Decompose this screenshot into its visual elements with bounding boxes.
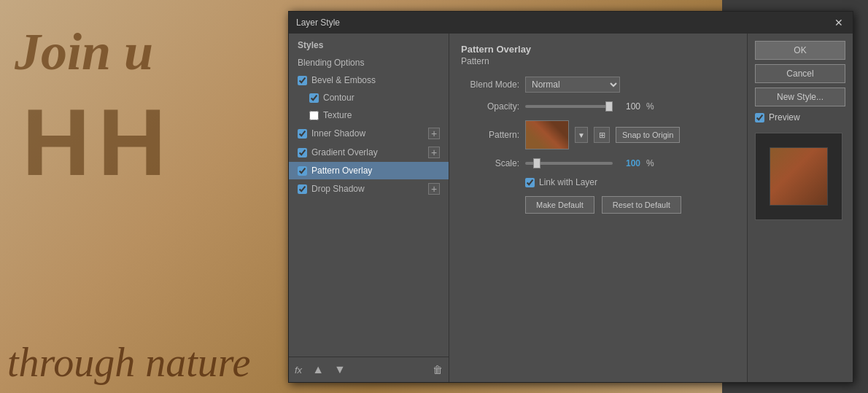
canvas-text-top: Join u [15, 22, 153, 82]
link-with-layer-label: Link with Layer [539, 177, 597, 187]
blend-mode-select[interactable]: Normal Dissolve Multiply Screen Overlay … [525, 77, 620, 93]
preview-box [755, 133, 842, 220]
preview-label: Preview [769, 112, 800, 122]
sidebar-item-bevel-emboss[interactable]: Bevel & Emboss [289, 71, 449, 89]
opacity-row: Opacity: 100 % [461, 101, 735, 112]
contour-label: Contour [323, 93, 440, 103]
drop-shadow-label: Drop Shadow [311, 184, 424, 194]
styles-panel: Styles Blending Options Bevel & Emboss C… [289, 34, 449, 382]
pattern-overlay-checkbox[interactable] [298, 166, 307, 176]
sidebar-item-inner-shadow[interactable]: Inner Shadow + [289, 124, 449, 143]
sidebar-item-drop-shadow[interactable]: Drop Shadow + [289, 179, 449, 198]
snap-to-origin-button[interactable]: Snap to Origin [616, 127, 680, 143]
fx-label: fx [295, 365, 302, 376]
pattern-label: Pattern: [461, 130, 519, 140]
blend-mode-row: Blend Mode: Normal Dissolve Multiply Scr… [461, 77, 735, 93]
sidebar-item-pattern-overlay[interactable]: Pattern Overlay [289, 162, 449, 179]
opacity-label: Opacity: [461, 101, 519, 112]
scale-row: Scale: 100 % [461, 158, 735, 168]
styles-footer: fx ▲ ▼ 🗑 [289, 357, 449, 382]
opacity-slider[interactable] [525, 105, 613, 108]
sidebar-item-texture[interactable]: Texture [289, 106, 449, 124]
canvas-h-letters: HH [22, 87, 174, 197]
pattern-overlay-label: Pattern Overlay [311, 166, 440, 176]
preview-checkbox[interactable] [755, 113, 764, 122]
scale-percent: % [646, 158, 654, 168]
move-down-button[interactable]: ▼ [331, 362, 349, 378]
settings-subtitle: Pattern [461, 56, 735, 66]
styles-label: Styles [298, 40, 440, 50]
ok-button[interactable]: OK [755, 41, 845, 60]
styles-list: Styles Blending Options Bevel & Emboss C… [289, 34, 449, 357]
sidebar-item-contour[interactable]: Contour [289, 89, 449, 106]
dialog-close-button[interactable]: ✕ [832, 16, 845, 29]
layer-style-dialog: Layer Style ✕ Styles Blending Options Be… [288, 11, 853, 383]
move-up-button[interactable]: ▲ [309, 362, 327, 378]
contour-checkbox[interactable] [309, 93, 319, 103]
preview-inner [770, 147, 828, 206]
bevel-emboss-checkbox[interactable] [298, 76, 307, 85]
bevel-emboss-label: Bevel & Emboss [311, 75, 440, 85]
action-buttons-row: Make Default Reset to Default [525, 196, 735, 214]
pattern-row: Pattern: ▼ ⊞ Snap to Origin [461, 120, 735, 149]
pattern-dropdown-button[interactable]: ▼ [575, 127, 588, 143]
new-style-button[interactable]: New Style... [755, 87, 845, 106]
make-default-button[interactable]: Make Default [525, 196, 594, 214]
delete-button[interactable]: 🗑 [433, 364, 443, 376]
scale-slider[interactable] [525, 162, 613, 165]
gradient-overlay-add-button[interactable]: + [428, 147, 440, 158]
opacity-value: 100 [619, 101, 640, 112]
inner-shadow-label: Inner Shadow [311, 128, 424, 139]
drop-shadow-add-button[interactable]: + [428, 183, 440, 195]
dialog-body: Styles Blending Options Bevel & Emboss C… [289, 34, 853, 382]
link-with-layer-checkbox[interactable] [525, 178, 535, 187]
settings-title: Pattern Overlay [461, 44, 735, 55]
blend-mode-label: Blend Mode: [461, 79, 519, 90]
pattern-preview[interactable] [525, 120, 569, 149]
canvas-text-bottom: through nature [7, 339, 250, 386]
settings-panel: Pattern Overlay Pattern Blend Mode: Norm… [449, 34, 747, 382]
dialog-titlebar: Layer Style ✕ [289, 12, 853, 34]
preview-check-row: Preview [755, 112, 845, 122]
right-buttons-panel: OK Cancel New Style... Preview [747, 34, 853, 382]
gradient-overlay-label: Gradient Overlay [311, 147, 424, 157]
reset-to-default-button[interactable]: Reset to Default [602, 196, 681, 214]
texture-label: Texture [323, 110, 440, 120]
sidebar-item-gradient-overlay[interactable]: Gradient Overlay + [289, 143, 449, 162]
link-row: Link with Layer [525, 177, 735, 187]
drop-shadow-checkbox[interactable] [298, 184, 307, 194]
inner-shadow-add-button[interactable]: + [428, 128, 440, 139]
sidebar-item-blending-options[interactable]: Blending Options [289, 54, 449, 71]
texture-checkbox[interactable] [309, 111, 319, 120]
inner-shadow-checkbox[interactable] [298, 129, 307, 139]
blending-options-label: Blending Options [298, 58, 440, 68]
dialog-title: Layer Style [296, 17, 340, 28]
scale-label: Scale: [461, 158, 519, 168]
cancel-button[interactable]: Cancel [755, 64, 845, 83]
sidebar-item-styles[interactable]: Styles [289, 36, 449, 54]
gradient-overlay-checkbox[interactable] [298, 148, 307, 157]
opacity-percent: % [646, 101, 654, 112]
scale-value: 100 [619, 158, 640, 168]
pattern-snap-icon-button[interactable]: ⊞ [594, 127, 610, 143]
